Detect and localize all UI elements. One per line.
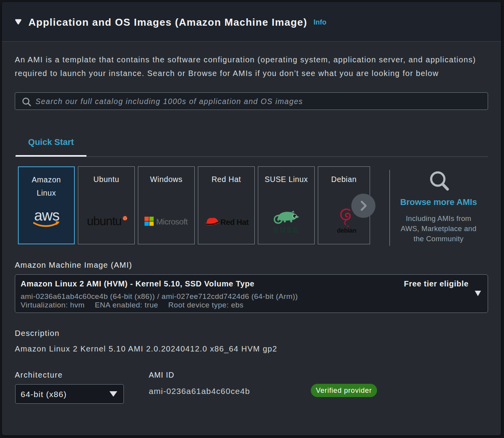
svg-text:SUSE: SUSE bbox=[273, 226, 300, 234]
svg-text:Microsoft: Microsoft bbox=[156, 217, 188, 226]
svg-text:ubuntu: ubuntu bbox=[87, 214, 122, 228]
svg-text:Red Hat: Red Hat bbox=[220, 218, 249, 226]
svg-text:debian: debian bbox=[337, 227, 356, 234]
